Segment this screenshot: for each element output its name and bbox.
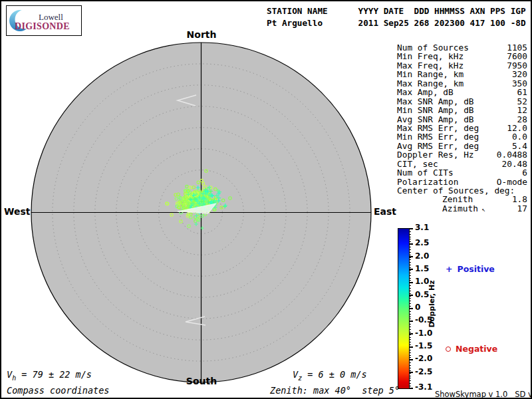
stat-value: 61 bbox=[517, 88, 527, 96]
legend-positive: + Positive bbox=[446, 264, 495, 274]
stat-row: Max Freq, kHz7950 bbox=[397, 61, 527, 70]
software-version: ShowSkymap v 1.0 SD v 5.0 bbox=[435, 390, 532, 399]
vertical-velocity-readout: Vz = 6 ± 0 m/s bbox=[293, 369, 367, 382]
colorbar-major-tick bbox=[409, 243, 413, 245]
stat-row: PolarizationO-mode bbox=[397, 178, 527, 186]
colorbar-major-tick bbox=[409, 346, 413, 348]
compass-label-west: West bbox=[4, 206, 29, 217]
colorbar-tick-label: -2.0 bbox=[415, 354, 432, 363]
stat-value: 12 bbox=[517, 106, 527, 114]
stat-label: Min Freq, kHz bbox=[397, 52, 464, 61]
colorbar-major-tick bbox=[409, 282, 413, 283]
stat-label: Num of CITs bbox=[397, 168, 454, 177]
colorbar-major-tick bbox=[409, 321, 413, 322]
stat-label: Avg SNR Amp, dB bbox=[397, 115, 474, 124]
colorbar-major-tick bbox=[409, 333, 413, 334]
legend-negative: Negative bbox=[446, 344, 497, 354]
colorbar-tick-label: 1.5 bbox=[415, 264, 429, 273]
stat-value: 17 bbox=[517, 204, 527, 213]
stat-label: Doppler Res, Hz bbox=[397, 150, 474, 159]
stat-row: Max Range, km350 bbox=[397, 79, 527, 88]
stat-row: Avg SNR Amp, dB28 bbox=[397, 115, 527, 124]
colorbar-tick-label: 2.0 bbox=[415, 251, 429, 261]
doppler-colorbar: 3.12.52.01.51.00.50-0.5-1.0-1.5-2.0-2.5-… bbox=[398, 228, 531, 389]
stat-row: CIT, sec20.48 bbox=[397, 160, 527, 168]
stat-value: O-mode bbox=[497, 178, 527, 186]
stat-label: Max Amp, dB bbox=[397, 88, 454, 96]
stat-label: Min SNR Amp, dB bbox=[397, 106, 474, 114]
stat-value: 28 bbox=[517, 115, 527, 124]
stat-row: Num of Sources1105 bbox=[397, 43, 527, 52]
colorbar-tick-label: -2.5 bbox=[415, 367, 432, 376]
stat-row: Max SNR Amp, dB52 bbox=[397, 97, 527, 106]
colorbar-tick-label: 3.1 bbox=[415, 223, 429, 232]
stat-value: 20.48 bbox=[501, 160, 527, 168]
stat-row: Max RMS Err, deg12.0 bbox=[397, 124, 527, 132]
stat-label: Max Range, km bbox=[397, 79, 464, 88]
legend-negative-label: Negative bbox=[456, 344, 497, 354]
stat-row: Min Freq, kHz7600 bbox=[397, 52, 527, 61]
legend-positive-label: Positive bbox=[457, 264, 494, 274]
stat-label: Zenith bbox=[397, 195, 473, 203]
stat-value: 320 bbox=[512, 70, 527, 78]
stat-row: Zenith1.8 bbox=[397, 195, 527, 203]
colorbar-tick-label: -1.5 bbox=[415, 341, 432, 350]
stat-value: 1.8 bbox=[512, 195, 527, 203]
stat-label: Min Range, km bbox=[397, 70, 464, 78]
stat-value: 12.0 bbox=[507, 124, 527, 132]
colorbar-tick-label: -1.0 bbox=[415, 329, 432, 338]
stat-label: Min RMS Err, deg bbox=[397, 132, 479, 141]
colorbar-major-tick bbox=[409, 308, 413, 309]
stat-row: Azimuth ↖17 bbox=[397, 204, 527, 213]
stat-value: 0.0 bbox=[512, 132, 527, 141]
compass-label-east: East bbox=[374, 206, 396, 217]
stat-label: Num of Sources bbox=[397, 43, 469, 52]
circle-marker-icon bbox=[446, 346, 451, 352]
stat-value: 350 bbox=[512, 79, 527, 88]
zenith-range-note: Zenith: max 40° step 5° bbox=[270, 385, 400, 396]
stat-row: Num of CITs6 bbox=[397, 168, 527, 177]
colorbar-major-tick bbox=[409, 388, 413, 389]
stat-label: Azimuth ↖ bbox=[397, 204, 485, 213]
stat-row: Min SNR Amp, dB12 bbox=[397, 106, 527, 114]
stat-label: Max RMS Err, deg bbox=[397, 124, 479, 132]
stat-row: Doppler Res, Hz0.0488 bbox=[397, 150, 527, 159]
stat-row: Max Amp, dB61 bbox=[397, 88, 527, 96]
colorbar-major-tick bbox=[409, 228, 413, 229]
coordinate-system-note: Compass coordinates bbox=[7, 385, 109, 396]
stat-row: Center of Sources, deg: bbox=[397, 186, 527, 195]
colorbar-tick-label: 0 bbox=[415, 303, 420, 312]
stat-value: 1105 bbox=[507, 43, 527, 52]
stats-panel: Num of Sources1105Min Freq, kHz7600Max F… bbox=[397, 43, 527, 213]
stat-label: CIT, sec bbox=[397, 160, 438, 168]
stat-label: Polarization bbox=[397, 178, 458, 186]
stat-value: 52 bbox=[517, 97, 527, 106]
stat-value: 7600 bbox=[507, 52, 527, 61]
stat-row: Avg RMS Err, deg5.4 bbox=[397, 142, 527, 150]
horizontal-velocity-readout: Vh = 79 ± 22 m/s bbox=[7, 369, 92, 382]
colorbar-major-tick bbox=[409, 359, 413, 360]
stat-row: Min Range, km320 bbox=[397, 70, 527, 78]
colorbar-major-tick bbox=[409, 256, 413, 257]
stat-label: Max SNR Amp, dB bbox=[397, 97, 474, 106]
stat-label: Max Freq, kHz bbox=[397, 61, 464, 70]
stat-value: 5.4 bbox=[512, 142, 527, 150]
compass-label-south: South bbox=[182, 376, 221, 386]
colorbar-major-tick bbox=[409, 295, 413, 296]
showskymap-window: Lowell DIGISONDE STATION NAME YYYY DATE … bbox=[0, 0, 532, 399]
colorbar-axis-label: Doppler, Hz bbox=[428, 280, 436, 327]
colorbar-tick-label: 2.5 bbox=[415, 238, 429, 247]
stat-value: 7950 bbox=[507, 61, 527, 70]
stat-label: Center of Sources, deg: bbox=[397, 186, 515, 195]
compass-label-north: North bbox=[182, 29, 221, 40]
stat-label: Avg RMS Err, deg bbox=[397, 142, 479, 150]
stat-row: Min RMS Err, deg0.0 bbox=[397, 132, 527, 141]
azimuth-direction-icon: ↖ bbox=[478, 206, 485, 213]
colorbar-major-tick bbox=[409, 372, 413, 373]
colorbar-tick-label: -3.1 bbox=[415, 382, 432, 392]
colorbar-gradient bbox=[398, 228, 410, 389]
colorbar-major-tick bbox=[409, 269, 413, 270]
plus-marker-icon: + bbox=[446, 264, 452, 274]
stat-value: 6 bbox=[522, 168, 527, 177]
stat-value: 0.0488 bbox=[497, 150, 527, 159]
